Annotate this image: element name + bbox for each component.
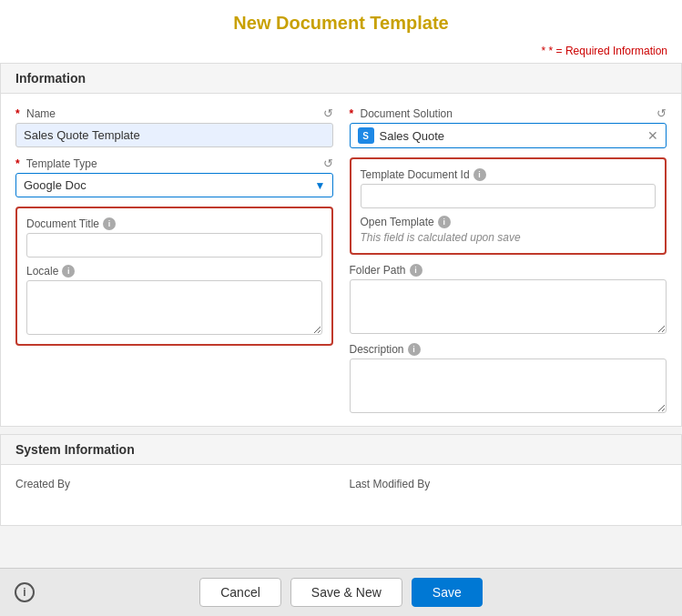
description-info-icon[interactable]: i — [408, 343, 421, 356]
created-by-label: Created By — [15, 478, 333, 490]
document-title-label: Document Title i — [26, 217, 116, 230]
information-section-header: Information — [1, 64, 681, 94]
system-information-section: System Information Created By Last Modif… — [0, 434, 682, 526]
last-modified-by-value — [350, 494, 667, 512]
folder-path-info-icon[interactable]: i — [410, 264, 422, 277]
open-template-label: Open Template i — [361, 216, 451, 228]
last-modified-by-label: Last Modified By — [350, 478, 667, 490]
footer: i Cancel Save & New Save — [0, 568, 682, 616]
doc-solution-reset-icon[interactable]: ↺ — [657, 106, 667, 120]
doc-solution-clear-icon[interactable]: ✕ — [647, 128, 658, 143]
doc-solution-icon: S — [358, 127, 374, 144]
cancel-button[interactable]: Cancel — [199, 578, 281, 607]
name-reset-icon[interactable]: ↺ — [323, 106, 333, 120]
doc-solution-field-group: * Document Solution ↺ S Sales Quote ✕ — [350, 106, 667, 148]
document-title-info-icon[interactable]: i — [103, 217, 116, 230]
name-label: * Name — [15, 107, 56, 120]
last-modified-by-col: Last Modified By — [350, 478, 667, 512]
locale-field-group: Locale i — [26, 265, 322, 335]
created-by-value — [15, 494, 333, 512]
created-by-col: Created By — [15, 478, 333, 512]
locale-textarea[interactable] — [26, 280, 322, 335]
description-field-group: Description i — [350, 343, 667, 413]
system-information-header: System Information — [1, 435, 681, 465]
template-doc-id-label: Template Document Id i — [361, 168, 486, 181]
template-type-label: * Template Type — [15, 157, 97, 170]
template-type-reset-icon[interactable]: ↺ — [323, 157, 333, 170]
open-template-calculated-text: This field is calculated upon save — [361, 231, 657, 244]
page-title: New Document Template — [0, 0, 682, 43]
template-type-select[interactable]: Google Doc Word Excel PowerPoint — [15, 173, 333, 197]
template-type-select-wrapper: Google Doc Word Excel PowerPoint ▼ — [15, 173, 333, 197]
template-doc-id-info-icon[interactable]: i — [473, 168, 486, 181]
template-type-field-group: * Template Type ↺ Google Doc Word Excel … — [15, 157, 333, 197]
document-title-field-group: Document Title i — [26, 217, 322, 258]
information-section: Information * Name ↺ — [0, 63, 682, 427]
save-button[interactable]: Save — [412, 578, 483, 607]
name-input[interactable] — [15, 123, 333, 147]
highlighted-left-box: Document Title i Locale i — [15, 207, 333, 346]
highlighted-right-box: Template Document Id i Open Template i — [350, 157, 667, 255]
document-title-input[interactable] — [26, 233, 322, 258]
doc-solution-wrapper: S Sales Quote ✕ — [350, 123, 667, 148]
template-doc-id-field-group: Template Document Id i — [361, 168, 657, 208]
open-template-info-icon[interactable]: i — [438, 216, 451, 228]
folder-path-field-group: Folder Path i — [350, 264, 667, 334]
open-template-field-group: Open Template i This field is calculated… — [361, 216, 657, 244]
description-label: Description i — [350, 343, 421, 356]
template-doc-id-input[interactable] — [361, 184, 657, 208]
folder-path-textarea[interactable] — [350, 279, 667, 334]
description-textarea[interactable] — [350, 358, 667, 413]
right-column: * Document Solution ↺ S Sales Quote ✕ — [350, 106, 667, 413]
folder-path-label: Folder Path i — [350, 264, 422, 277]
locale-label: Locale i — [26, 265, 75, 278]
doc-solution-label: * Document Solution — [350, 107, 453, 120]
required-info: * * = Required Information — [0, 43, 682, 63]
left-column: * Name ↺ * Template Type ↺ — [15, 106, 333, 413]
doc-solution-value: Sales Quote — [380, 129, 643, 143]
name-field-group: * Name ↺ — [15, 106, 333, 147]
locale-info-icon[interactable]: i — [62, 265, 75, 278]
footer-info-icon[interactable]: i — [15, 582, 35, 602]
save-new-button[interactable]: Save & New — [290, 578, 402, 607]
